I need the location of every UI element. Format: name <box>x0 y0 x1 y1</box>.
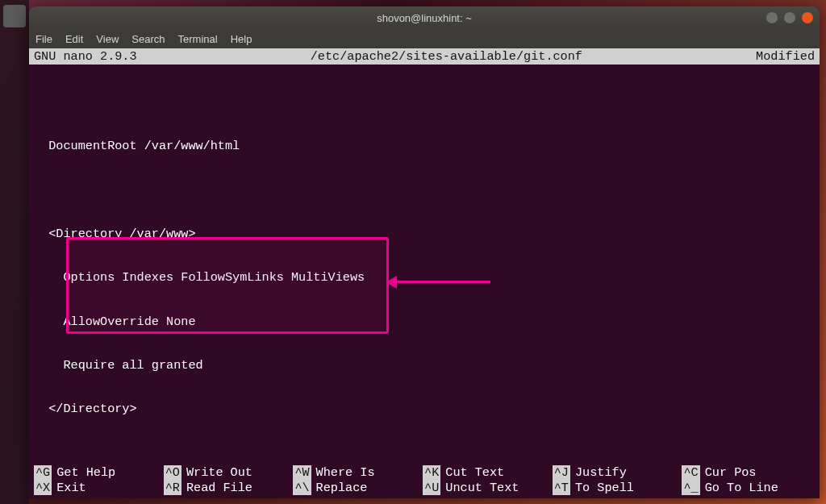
footer-row-1: ^GGet Help ^OWrite Out ^WWhere Is ^KCut … <box>34 465 815 481</box>
shortcut-cur-pos[interactable]: ^CCur Pos <box>682 465 811 481</box>
shortcut-label: Read File <box>186 481 252 496</box>
editor-line <box>34 95 815 110</box>
key-label: ^T <box>553 481 570 496</box>
close-icon[interactable] <box>802 12 813 23</box>
shortcut-label: Get Help <box>56 465 115 481</box>
launcher-dock[interactable] <box>0 0 29 504</box>
shortcut-write-out[interactable]: ^OWrite Out <box>164 465 294 481</box>
minimize-icon[interactable] <box>766 12 778 23</box>
shortcut-label: Exit <box>56 481 86 496</box>
editor-line: AllowOverride None <box>34 314 815 329</box>
shortcut-justify[interactable]: ^JJustify <box>553 465 682 481</box>
shortcut-label: To Spell <box>575 481 634 496</box>
menu-view[interactable]: View <box>96 33 119 45</box>
maximize-icon[interactable] <box>784 12 795 23</box>
nano-status: Modified <box>756 49 815 64</box>
key-label: ^_ <box>682 481 699 496</box>
shortcut-label: Cut Text <box>445 465 504 481</box>
shortcut-replace[interactable]: ^\Replace <box>293 481 423 496</box>
editor-line: <Directory /var/www> <box>34 227 815 241</box>
shortcut-get-help[interactable]: ^GGet Help <box>34 465 164 481</box>
shortcut-cut-text[interactable]: ^KCut Text <box>423 465 553 481</box>
shortcut-label: Replace <box>316 481 368 496</box>
shortcut-uncut-text[interactable]: ^UUncut Text <box>423 481 553 496</box>
nano-version: GNU nano 2.9.3 <box>34 49 137 64</box>
key-label: ^R <box>164 481 181 496</box>
key-label: ^K <box>423 465 440 481</box>
window-controls <box>766 12 813 23</box>
editor-line: Require all granted <box>34 358 815 373</box>
shortcut-label: Uncut Text <box>445 481 519 496</box>
shortcut-label: Go To Line <box>705 481 778 496</box>
menu-file[interactable]: File <box>35 33 52 45</box>
key-label: ^C <box>682 465 699 481</box>
key-label: ^X <box>34 481 52 496</box>
menu-help[interactable]: Help <box>231 33 252 45</box>
footer-row-2: ^XExit ^RRead File ^\Replace ^UUncut Tex… <box>34 481 815 496</box>
shortcut-label: Write Out <box>186 465 252 481</box>
annotation-arrow-icon <box>394 281 490 283</box>
shortcut-label: Justify <box>575 465 627 481</box>
editor-line <box>34 445 815 460</box>
shortcut-label: Where Is <box>316 465 375 481</box>
editor-line: DocumentRoot /var/www/html <box>34 139 815 153</box>
shortcut-go-to-line[interactable]: ^_Go To Line <box>682 481 811 496</box>
window-title: shovon@linuxhint: ~ <box>35 12 813 24</box>
shortcut-label: Cur Pos <box>705 465 757 481</box>
shortcut-read-file[interactable]: ^RRead File <box>164 481 294 496</box>
terminal-window: shovon@linuxhint: ~ File Edit View Searc… <box>29 6 820 498</box>
titlebar[interactable]: shovon@linuxhint: ~ <box>29 6 820 29</box>
nano-file-path: /etc/apache2/sites-available/git.conf <box>137 49 756 64</box>
menubar: File Edit View Search Terminal Help <box>29 29 820 48</box>
nano-footer: ^GGet Help ^OWrite Out ^WWhere Is ^KCut … <box>34 465 815 495</box>
key-label: ^W <box>293 465 311 481</box>
shortcut-to-spell[interactable]: ^TTo Spell <box>553 481 682 496</box>
key-label: ^G <box>34 465 52 481</box>
key-label: ^J <box>553 465 570 481</box>
nano-header: GNU nano 2.9.3 /etc/apache2/sites-availa… <box>29 48 820 65</box>
key-label: ^\ <box>293 481 311 496</box>
menu-edit[interactable]: Edit <box>65 33 83 45</box>
shortcut-exit[interactable]: ^XExit <box>34 481 164 496</box>
editor-line <box>34 183 815 198</box>
menu-search[interactable]: Search <box>131 33 165 45</box>
key-label: ^U <box>423 481 440 496</box>
shortcut-where-is[interactable]: ^WWhere Is <box>293 465 423 481</box>
launcher-item[interactable] <box>3 5 26 27</box>
editor-line: </Directory> <box>34 402 815 416</box>
key-label: ^O <box>164 465 181 481</box>
menu-terminal[interactable]: Terminal <box>178 33 218 45</box>
